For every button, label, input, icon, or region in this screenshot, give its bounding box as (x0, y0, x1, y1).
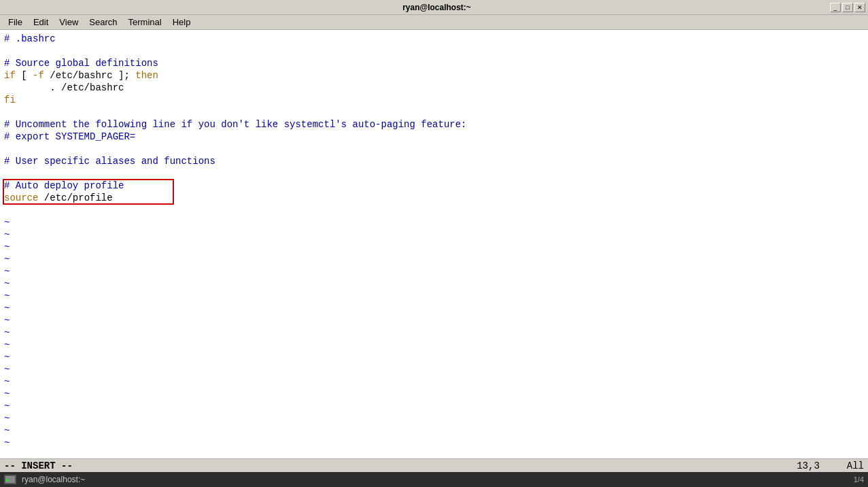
insert-mode-indicator: -- INSERT -- (4, 460, 73, 471)
code-line: ~ (4, 241, 864, 253)
code-line: # Source global definitions (4, 57, 864, 69)
minimize-button[interactable]: _ (830, 3, 841, 12)
code-line (4, 143, 864, 155)
code-line: ~ (4, 437, 864, 449)
status-bar: -- INSERT -- 13,3 All (0, 458, 868, 472)
code-line: . /etc/bashrc (4, 82, 864, 94)
code-line: # Auto deploy profile (4, 180, 864, 192)
terminal-tab[interactable]: ryan@localhost:~ (22, 475, 85, 484)
code-line (4, 204, 864, 216)
code-line: # export SYSTEMD_PAGER= (4, 131, 864, 143)
code-line: ~ (4, 375, 864, 388)
code-line: # .bashrc (4, 33, 864, 45)
code-line: ~ (4, 290, 864, 302)
scroll-position: All (847, 460, 864, 471)
menu-search[interactable]: Search (84, 16, 122, 29)
code-line: ~ (4, 278, 864, 290)
code-line: ~ (4, 412, 864, 424)
terminal-bar: ▶ ryan@localhost:~ 1/4 (0, 472, 868, 487)
cursor-position: 13,3 (797, 460, 820, 471)
code-line: if [ -f /etc/bashrc ]; then (4, 69, 864, 82)
terminal-icon: ▶ (4, 475, 16, 484)
code-line: ~ (4, 229, 864, 241)
editor-area[interactable]: # .bashrc# Source global definitionsif [… (0, 30, 868, 458)
code-line: ~ (4, 388, 864, 400)
code-line: fi (4, 94, 864, 106)
code-line: ~ (4, 351, 864, 363)
close-button[interactable]: ✕ (854, 3, 865, 12)
terminal-tab-count: 1/4 (854, 475, 864, 484)
code-line: ~ (4, 302, 864, 314)
code-line (4, 167, 864, 180)
menu-help[interactable]: Help (167, 16, 196, 29)
code-line: ~ (4, 253, 864, 265)
window-title: ryan@localhost:~ (44, 3, 830, 12)
code-line: ~ (4, 363, 864, 375)
code-line: # User specific aliases and functions (4, 155, 864, 167)
menu-view[interactable]: View (54, 16, 84, 29)
menu-file[interactable]: File (3, 16, 28, 29)
code-line (4, 106, 864, 118)
menu-terminal[interactable]: Terminal (123, 16, 167, 29)
code-line: source /etc/profile (4, 192, 864, 204)
code-line: ~ (4, 265, 864, 278)
code-line: ~ (4, 314, 864, 326)
code-line: ~ (4, 424, 864, 437)
window-controls[interactable]: _ □ ✕ (830, 3, 865, 12)
maximize-button[interactable]: □ (842, 3, 853, 12)
code-line: ~ (4, 339, 864, 351)
code-line: ~ (4, 326, 864, 339)
code-line: ~ (4, 216, 864, 229)
code-line: ~ (4, 400, 864, 412)
code-line: # Uncomment the following line if you do… (4, 118, 864, 131)
code-content: # .bashrc# Source global definitionsif [… (0, 30, 868, 458)
status-right: 13,3 All (797, 460, 864, 471)
code-line (4, 45, 864, 57)
menu-edit[interactable]: Edit (28, 16, 54, 29)
menu-bar: File Edit View Search Terminal Help (0, 15, 868, 30)
title-bar: ryan@localhost:~ _ □ ✕ (0, 0, 868, 15)
